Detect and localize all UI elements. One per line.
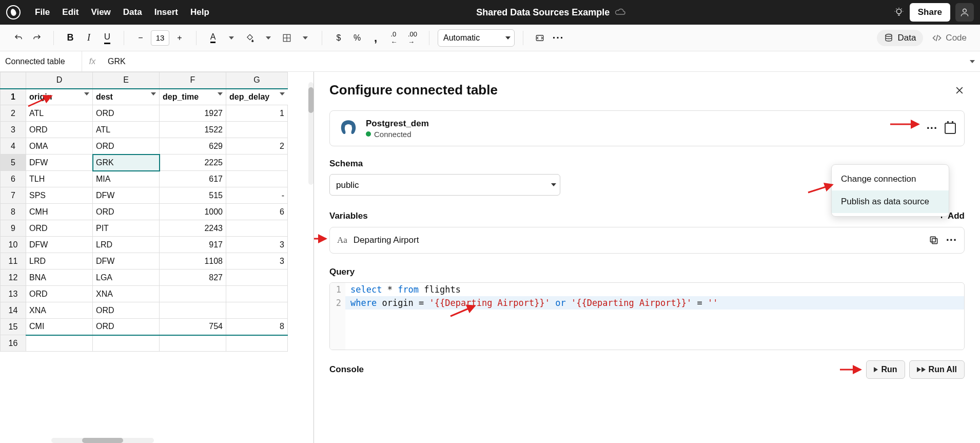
formula-expand[interactable]	[965, 57, 980, 66]
cell[interactable]: 1	[226, 105, 288, 122]
bold-button[interactable]: B	[62, 30, 79, 46]
filter-icon[interactable]	[84, 92, 89, 95]
publish-datasource-item[interactable]: Publish as data source	[832, 190, 949, 213]
cell[interactable]: 617	[160, 171, 226, 187]
vertical-scrollbar[interactable]	[308, 82, 313, 185]
cell[interactable]: ORD	[93, 105, 160, 122]
cell[interactable]	[226, 122, 288, 138]
fill-color-dropdown[interactable]	[260, 30, 277, 46]
code-line[interactable]: select * from flights	[345, 283, 461, 296]
cell[interactable]: 8	[226, 319, 288, 335]
row-head[interactable]: 12	[1, 269, 26, 286]
cell[interactable]: -	[226, 187, 288, 204]
cell[interactable]: ATL	[93, 122, 160, 138]
row-head[interactable]: 6	[1, 171, 26, 187]
row-head[interactable]: 3	[1, 122, 26, 138]
cell[interactable]	[26, 335, 93, 352]
cell[interactable]: DFW	[26, 237, 93, 253]
row-head[interactable]: 13	[1, 286, 26, 302]
font-size-input[interactable]	[151, 30, 169, 46]
cell[interactable]: XNA	[26, 302, 93, 319]
spreadsheet[interactable]: D E F G 1origindestdep_timedep_delay2ATL…	[0, 72, 314, 443]
col-head-g[interactable]: G	[226, 72, 288, 89]
cell[interactable]: 629	[160, 138, 226, 155]
cell[interactable]: 2225	[160, 155, 226, 171]
cell[interactable]: DFW	[26, 155, 93, 171]
filter-icon[interactable]	[280, 92, 285, 95]
run-all-button[interactable]: Run All	[909, 360, 965, 379]
cell[interactable]	[226, 171, 288, 187]
cell[interactable]: LGA	[93, 269, 160, 286]
user-button[interactable]	[955, 3, 974, 22]
borders-dropdown[interactable]	[297, 30, 313, 46]
row-head[interactable]: 14	[1, 302, 26, 319]
code-line[interactable]: where origin = '{{Departing Airport}}' o…	[345, 296, 718, 310]
row-head[interactable]: 1	[1, 89, 26, 105]
cell[interactable]	[226, 302, 288, 319]
menu-edit[interactable]: Edit	[62, 7, 79, 17]
text-color-dropdown[interactable]	[223, 30, 240, 46]
cell[interactable]: ORD	[93, 302, 160, 319]
underline-button[interactable]: U	[99, 30, 115, 46]
fill-color-button[interactable]	[242, 30, 258, 46]
row-head[interactable]: 5	[1, 155, 26, 171]
cell[interactable]	[226, 286, 288, 302]
redo-button[interactable]	[29, 30, 45, 46]
menu-insert[interactable]: Insert	[154, 7, 178, 17]
row-head[interactable]: 11	[1, 253, 26, 269]
schema-select[interactable]: public	[329, 174, 560, 196]
variable-row[interactable]: Aa Departing Airport ···	[329, 227, 965, 254]
row-head[interactable]: 15	[1, 319, 26, 335]
run-button[interactable]: Run	[866, 360, 905, 379]
horizontal-scrollbar[interactable]	[51, 438, 154, 443]
cell[interactable]: 1522	[160, 122, 226, 138]
number-format-select[interactable]: Automatic	[438, 29, 515, 47]
cell[interactable]: GRK	[93, 155, 160, 171]
cell[interactable]: 917	[160, 237, 226, 253]
cell[interactable]: 6	[226, 204, 288, 220]
close-button[interactable]	[954, 85, 965, 95]
font-size-decrease[interactable]: −	[132, 30, 149, 46]
filter-icon[interactable]	[218, 92, 223, 95]
cell[interactable]: DFW	[93, 253, 160, 269]
copy-variable-button[interactable]	[929, 235, 939, 245]
cell[interactable]: BNA	[26, 269, 93, 286]
cell[interactable]: ORD	[26, 286, 93, 302]
row-head[interactable]: 10	[1, 237, 26, 253]
row-head[interactable]: 2	[1, 105, 26, 122]
cell[interactable]: LRD	[26, 253, 93, 269]
increase-decimal-button[interactable]: .00→	[404, 30, 421, 46]
undo-button[interactable]	[10, 30, 27, 46]
change-connection-item[interactable]: Change connection	[832, 168, 949, 190]
expand-button[interactable]	[532, 30, 548, 46]
cell[interactable]: CMH	[26, 204, 93, 220]
cell[interactable]: ORD	[26, 122, 93, 138]
cell[interactable]: ORD	[26, 220, 93, 237]
cell[interactable]	[160, 335, 226, 352]
cell[interactable]: OMA	[26, 138, 93, 155]
menu-help[interactable]: Help	[190, 7, 209, 17]
cell[interactable]	[226, 220, 288, 237]
formula-input[interactable]: GRK	[103, 57, 965, 66]
connection-menu-button[interactable]: ···	[927, 122, 937, 135]
filter-icon[interactable]	[151, 92, 156, 95]
cell[interactable]: SPS	[26, 187, 93, 204]
cell[interactable]: XNA	[93, 286, 160, 302]
cell[interactable]: ORD	[93, 204, 160, 220]
cell[interactable]: 3	[226, 253, 288, 269]
bulb-icon[interactable]	[893, 7, 905, 18]
doc-title[interactable]: Shared Data Sources Example	[476, 7, 610, 18]
schedule-icon[interactable]	[945, 123, 956, 134]
cell[interactable]: DFW	[93, 187, 160, 204]
menu-view[interactable]: View	[91, 7, 110, 17]
row-head[interactable]: 7	[1, 187, 26, 204]
col-head-f[interactable]: F	[160, 72, 226, 89]
cell[interactable]: 1000	[160, 204, 226, 220]
cell[interactable]: CMI	[26, 319, 93, 335]
cell[interactable]: TLH	[26, 171, 93, 187]
font-size-increase[interactable]: +	[171, 30, 188, 46]
cell[interactable]: 2	[226, 138, 288, 155]
cell[interactable]: ATL	[26, 105, 93, 122]
column-header[interactable]: dep_delay	[226, 89, 288, 105]
code-tab-pill[interactable]: Code	[925, 30, 974, 46]
